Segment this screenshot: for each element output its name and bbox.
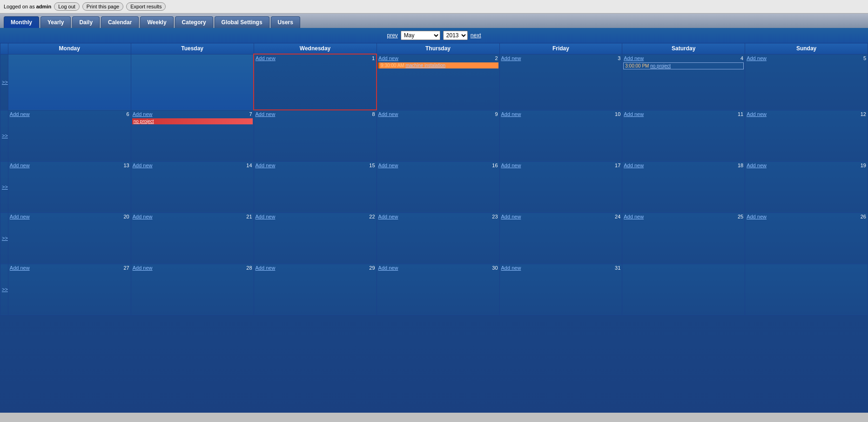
add-new-may12[interactable]: Add new — [747, 111, 767, 117]
event-no-project-may4[interactable]: 3:00:00 PM no project — [623, 62, 744, 69]
week-link-3[interactable]: >> — [0, 161, 8, 212]
add-new-may3[interactable]: Add new — [501, 55, 521, 61]
week-link-2[interactable]: >> — [0, 110, 8, 161]
cal-cell-may24: Add new 24 — [499, 212, 622, 264]
add-new-may7[interactable]: Add new — [133, 111, 153, 117]
add-new-may1[interactable]: Add new — [256, 55, 276, 61]
cal-cell-may13: Add new 13 — [8, 161, 131, 212]
cal-cell-empty-2 — [131, 54, 254, 110]
cal-cell-may28: Add new 28 — [131, 264, 254, 315]
cal-cell-may18: Add new 18 — [622, 161, 745, 212]
add-new-may11[interactable]: Add new — [624, 111, 644, 117]
header-wednesday: Wednesday — [254, 43, 377, 54]
add-new-may21[interactable]: Add new — [133, 214, 153, 219]
cal-cell-may21: Add new 21 — [131, 212, 254, 264]
cal-cell-may19: Add new 19 — [745, 161, 868, 212]
add-new-may28[interactable]: Add new — [133, 265, 153, 271]
add-new-may23[interactable]: Add new — [378, 214, 398, 219]
cal-cell-may23: Add new 23 — [377, 212, 499, 264]
export-button[interactable]: Export results — [126, 2, 166, 11]
cal-cell-may8: Add new 8 — [254, 110, 377, 161]
day-num-2: 2 — [495, 55, 498, 61]
cal-cell-may16: Add new 16 — [377, 161, 499, 212]
logout-button[interactable]: Log out — [54, 2, 80, 11]
cal-cell-may31: Add new 31 — [499, 264, 622, 315]
tab-weekly[interactable]: Weekly — [140, 16, 173, 28]
day-num-5: 5 — [863, 55, 866, 61]
top-bar: Logged on as admin Log out Print this pa… — [0, 0, 868, 14]
add-new-may27[interactable]: Add new — [10, 265, 30, 271]
calendar-nav: prev JanuaryFebruaryMarch AprilMayJune J… — [0, 28, 868, 43]
week-row-4: >> Add new 20 Add new 21 Add ne — [0, 212, 868, 264]
year-select[interactable]: 201220132014 — [443, 31, 468, 40]
add-new-may4[interactable]: Add new — [624, 55, 644, 61]
add-new-may25[interactable]: Add new — [624, 214, 644, 219]
day-num-1: 1 — [372, 55, 375, 61]
tab-yearly[interactable]: Yearly — [40, 16, 71, 28]
add-new-may29[interactable]: Add new — [256, 265, 276, 271]
cal-cell-may6: Add new 6 — [8, 110, 131, 161]
tab-daily[interactable]: Daily — [72, 16, 100, 28]
add-new-may24[interactable]: Add new — [501, 214, 521, 219]
cal-cell-may26: Add new 26 — [745, 212, 868, 264]
add-new-may22[interactable]: Add new — [256, 214, 276, 219]
day-num-3: 3 — [618, 55, 620, 61]
logged-as-label: Logged on as admin — [4, 4, 51, 9]
cal-cell-may4: Add new 4 3:00:00 PM no project — [622, 54, 745, 110]
add-new-may14[interactable]: Add new — [133, 163, 153, 168]
add-new-may5[interactable]: Add new — [747, 55, 767, 61]
cal-cell-may3: Add new 3 — [499, 54, 622, 110]
week-link-4[interactable]: >> — [0, 212, 8, 264]
event-machine-instalation[interactable]: 9:30:00 AM machine instalation — [378, 62, 498, 68]
add-new-may20[interactable]: Add new — [10, 214, 30, 219]
nav-tabs: Monthly Yearly Daily Calendar Weekly Cat… — [0, 14, 868, 28]
cal-cell-may29: Add new 29 — [254, 264, 377, 315]
week-link-5[interactable]: >> — [0, 264, 8, 315]
add-new-may15[interactable]: Add new — [256, 163, 276, 168]
week-row-3: >> Add new 13 Add new 14 Add ne — [0, 161, 868, 212]
calendar-table: Monday Tuesday Wednesday Thursday Friday… — [0, 43, 868, 315]
event-no-project-may7[interactable]: no project — [132, 118, 253, 124]
add-new-may6[interactable]: Add new — [10, 111, 30, 117]
add-new-may19[interactable]: Add new — [747, 163, 767, 168]
cal-cell-may7: Add new 7 no project — [131, 110, 254, 161]
next-link[interactable]: next — [471, 32, 481, 39]
cal-cell-may14: Add new 14 — [131, 161, 254, 212]
tab-users[interactable]: Users — [271, 16, 300, 28]
header-tuesday: Tuesday — [131, 43, 254, 54]
tab-calendar[interactable]: Calendar — [101, 16, 139, 28]
cal-cell-may25: Add new 25 — [622, 212, 745, 264]
week-link-1[interactable]: >> — [0, 54, 8, 110]
add-new-may17[interactable]: Add new — [501, 163, 521, 168]
cal-cell-may22: Add new 22 — [254, 212, 377, 264]
tab-category[interactable]: Category — [175, 16, 213, 28]
cal-cell-may12: Add new 12 — [745, 110, 868, 161]
add-new-may8[interactable]: Add new — [256, 111, 276, 117]
header-sunday: Sunday — [745, 43, 868, 54]
tab-global-settings[interactable]: Global Settings — [215, 16, 269, 28]
month-select[interactable]: JanuaryFebruaryMarch AprilMayJune JulyAu… — [401, 31, 440, 40]
cal-cell-may30: Add new 30 — [377, 264, 499, 315]
header-monday: Monday — [8, 43, 131, 54]
week-row-1: >> Add new 1 Add new 2 — [0, 54, 868, 110]
print-button[interactable]: Print this page — [82, 2, 123, 11]
header-thursday: Thursday — [377, 43, 499, 54]
cal-cell-may20: Add new 20 — [8, 212, 131, 264]
cal-cell-may1: Add new 1 — [254, 54, 377, 110]
header-saturday: Saturday — [622, 43, 745, 54]
prev-link[interactable]: prev — [387, 32, 397, 39]
add-new-may13[interactable]: Add new — [10, 163, 30, 168]
tab-monthly[interactable]: Monthly — [4, 16, 39, 28]
add-new-may31[interactable]: Add new — [501, 265, 521, 271]
add-new-may16[interactable]: Add new — [378, 163, 398, 168]
cal-cell-may9: Add new 9 — [377, 110, 499, 161]
add-new-may18[interactable]: Add new — [624, 163, 644, 168]
cal-cell-may15: Add new 15 — [254, 161, 377, 212]
add-new-may30[interactable]: Add new — [378, 265, 398, 271]
cal-cell-empty-3 — [622, 264, 745, 315]
week-row-5: >> Add new 27 Add new 28 Add ne — [0, 264, 868, 315]
add-new-may2[interactable]: Add new — [378, 55, 398, 61]
add-new-may26[interactable]: Add new — [747, 214, 767, 219]
add-new-may9[interactable]: Add new — [378, 111, 398, 117]
add-new-may10[interactable]: Add new — [501, 111, 521, 117]
